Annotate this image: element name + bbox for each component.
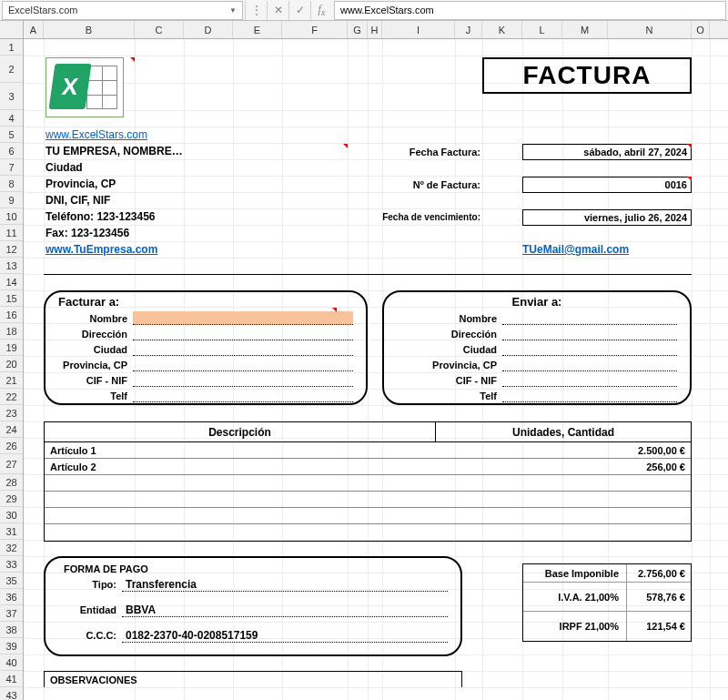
col-I[interactable]: I xyxy=(382,21,455,38)
col-B[interactable]: B xyxy=(44,21,135,38)
col-K[interactable]: K xyxy=(482,21,522,38)
row-31[interactable]: 31 xyxy=(0,523,23,540)
row-3[interactable]: 3 xyxy=(0,83,23,110)
row-7[interactable]: 7 xyxy=(0,159,23,176)
payment-type-value[interactable]: Transferencia xyxy=(122,578,448,592)
table-row[interactable]: Artículo 12.500,00 € xyxy=(45,442,691,459)
row-2[interactable]: 2 xyxy=(0,56,23,83)
row-35[interactable]: 35 xyxy=(0,573,23,589)
row-36[interactable]: 36 xyxy=(0,589,23,605)
confirm-icon[interactable]: ✓ xyxy=(288,1,310,20)
site-link[interactable]: www.ExcelStars.com xyxy=(46,128,147,141)
row-14[interactable]: 14 xyxy=(0,274,23,290)
shipto-name-value[interactable] xyxy=(502,311,677,325)
row-16[interactable]: 16 xyxy=(0,307,23,323)
row-43[interactable]: 43 xyxy=(0,687,23,700)
shipto-city-value[interactable] xyxy=(502,342,677,356)
th-amount: Unidades, Cantidad xyxy=(436,422,691,441)
company-link[interactable]: www.TuEmpresa.com xyxy=(46,243,157,256)
item-amount xyxy=(436,524,691,541)
row-15[interactable]: 15 xyxy=(0,290,23,307)
comment-indicator-icon[interactable] xyxy=(130,57,135,62)
row-13[interactable]: 13 xyxy=(0,258,23,274)
row-39[interactable]: 39 xyxy=(0,638,23,654)
comment-indicator-icon[interactable] xyxy=(332,308,337,312)
email-link[interactable]: TUeMail@gmail.com xyxy=(522,243,629,256)
comment-indicator-icon[interactable] xyxy=(687,144,692,148)
col-O[interactable]: O xyxy=(692,21,710,38)
row-21[interactable]: 21 xyxy=(0,372,23,389)
chevron-down-icon[interactable]: ▼ xyxy=(229,6,237,15)
total-base-label: Base Imponible xyxy=(523,564,627,582)
col-D[interactable]: D xyxy=(184,21,233,38)
row-29[interactable]: 29 xyxy=(0,491,23,507)
row-8[interactable]: 8 xyxy=(0,176,23,192)
row-12[interactable]: 12 xyxy=(0,241,23,258)
row-19[interactable]: 19 xyxy=(0,340,23,356)
billto-city-value[interactable] xyxy=(133,342,353,356)
row-1[interactable]: 1 xyxy=(0,39,23,56)
select-all-corner[interactable] xyxy=(0,21,24,38)
row-18[interactable]: 18 xyxy=(0,323,23,340)
row-38[interactable]: 38 xyxy=(0,622,23,638)
billto-addr-value[interactable] xyxy=(133,327,353,340)
row-9[interactable]: 9 xyxy=(0,192,23,208)
col-G[interactable]: G xyxy=(348,21,368,38)
th-description: Descripción xyxy=(45,422,436,441)
comment-indicator-icon[interactable] xyxy=(343,144,348,148)
comment-indicator-icon[interactable] xyxy=(687,177,692,181)
col-C[interactable]: C xyxy=(135,21,184,38)
date-value-box[interactable]: sábado, abril 27, 2024 xyxy=(522,144,692,160)
row-26[interactable]: 26 xyxy=(0,438,23,454)
row-6[interactable]: 6 xyxy=(0,143,23,159)
col-E[interactable]: E xyxy=(233,21,282,38)
row-30[interactable]: 30 xyxy=(0,507,23,523)
row-41[interactable]: 41 xyxy=(0,671,23,687)
row-28[interactable]: 28 xyxy=(0,474,23,491)
row-23[interactable]: 23 xyxy=(0,405,23,421)
row-22[interactable]: 22 xyxy=(0,389,23,405)
col-A[interactable]: A xyxy=(24,21,44,38)
shipto-addr-value[interactable] xyxy=(502,327,677,340)
fx-icon[interactable]: fx xyxy=(310,1,332,20)
cancel-icon[interactable]: ✕ xyxy=(267,1,288,20)
payment-bank-value[interactable]: BBVA xyxy=(122,604,448,617)
expand-icon[interactable]: ⋮ xyxy=(245,1,267,20)
billto-tel-value[interactable] xyxy=(133,389,353,402)
billto-name-value[interactable] xyxy=(133,311,353,325)
row-33[interactable]: 33 xyxy=(0,556,23,573)
row-24[interactable]: 24 xyxy=(0,421,23,438)
table-row[interactable] xyxy=(45,475,691,492)
col-M[interactable]: M xyxy=(562,21,608,38)
billto-city-label: Ciudad xyxy=(46,344,133,355)
num-value-box[interactable]: 0016 xyxy=(522,177,692,193)
formula-input[interactable]: www.ExcelStars.com xyxy=(334,1,726,20)
col-L[interactable]: L xyxy=(522,21,562,38)
col-N[interactable]: N xyxy=(608,21,692,38)
grid-area[interactable]: X FACTURA www.ExcelStars.com TU EMPRESA,… xyxy=(24,39,728,700)
col-F[interactable]: F xyxy=(282,21,348,38)
row-10[interactable]: 10 xyxy=(0,208,23,225)
table-row[interactable] xyxy=(45,508,691,524)
row-37[interactable]: 37 xyxy=(0,605,23,622)
row-11[interactable]: 11 xyxy=(0,225,23,241)
col-H[interactable]: H xyxy=(368,21,382,38)
row-20[interactable]: 20 xyxy=(0,356,23,372)
row-32[interactable]: 32 xyxy=(0,540,23,556)
table-row[interactable] xyxy=(45,492,691,508)
shipto-prov-value[interactable] xyxy=(502,358,677,371)
shipto-cif-value[interactable] xyxy=(502,373,677,387)
due-value-box[interactable]: viernes, julio 26, 2024 xyxy=(522,209,692,226)
row-27[interactable]: 27 xyxy=(0,454,23,474)
shipto-tel-value[interactable] xyxy=(502,389,677,402)
col-J[interactable]: J xyxy=(455,21,482,38)
name-box[interactable]: ExcelStars.com ▼ xyxy=(2,1,243,20)
table-row[interactable]: Artículo 2256,00 € xyxy=(45,459,691,475)
table-row[interactable] xyxy=(45,524,691,541)
billto-cif-value[interactable] xyxy=(133,373,353,387)
billto-prov-value[interactable] xyxy=(133,358,353,371)
row-5[interactable]: 5 xyxy=(0,127,23,143)
row-4[interactable]: 4 xyxy=(0,110,23,127)
payment-ccc-value[interactable]: 0182-2370-40-0208517159 xyxy=(122,629,448,643)
row-40[interactable]: 40 xyxy=(0,654,23,671)
